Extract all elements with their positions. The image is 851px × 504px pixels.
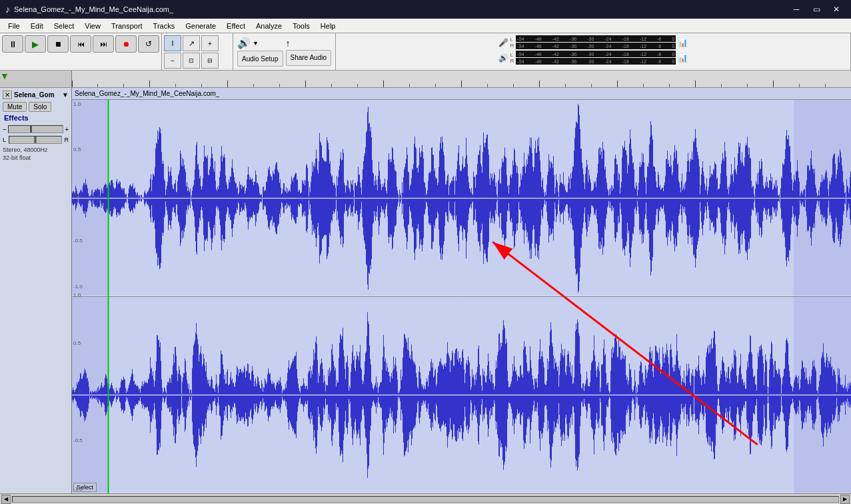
menu-edit[interactable]: Edit: [25, 19, 49, 33]
track-controls-column: ✕ Selena_Gom ▼ Mute Solo Effects − +: [0, 88, 72, 493]
transport-section: ⏸ ▶ ⏹ ⏮ ⏭ ⏺ ↺: [0, 33, 162, 70]
track-name-label: Selena_Gom: [12, 91, 62, 99]
ruler-spacer: ▼: [0, 71, 72, 87]
share-audio-button[interactable]: Share Audio: [286, 50, 332, 66]
main-wrapper: ▼ 00:150:300:451:001:151:301:452:002:152…: [0, 71, 851, 504]
title-bar-left: ♪ Selena_Gomez_-_My_Mind_Me_CeeNaija.com…: [5, 4, 173, 15]
rewind-button[interactable]: ⏮: [70, 35, 91, 53]
minimize-button[interactable]: ─: [787, 3, 806, 16]
gain-minus-icon: −: [3, 126, 7, 133]
pan-left-label: L: [3, 136, 6, 143]
track-info: Stereo, 48000Hz: [3, 146, 69, 153]
menu-analyze[interactable]: Analyze: [251, 19, 287, 33]
pan-right-label: R: [65, 136, 69, 143]
window-controls: ─ ▭ ✕: [787, 3, 846, 16]
forward-button[interactable]: ⏭: [93, 35, 114, 53]
menu-transport[interactable]: Transport: [106, 19, 148, 33]
scroll-left-button[interactable]: ◀: [1, 495, 11, 504]
menu-tracks[interactable]: Tracks: [148, 19, 181, 33]
track-close-button[interactable]: ✕: [3, 91, 12, 99]
menu-effect[interactable]: Effect: [221, 19, 251, 33]
meter2-icon: 📊: [678, 53, 688, 63]
ruler-container: ▼ 00:150:300:451:001:151:301:452:002:152…: [0, 71, 851, 88]
select-tool-button[interactable]: I: [164, 35, 181, 51]
audio-setup-button[interactable]: Audio Setup: [237, 51, 283, 67]
menu-select[interactable]: Select: [49, 19, 80, 33]
menu-bar: File Edit Select View Transport Tracks G…: [0, 19, 851, 33]
mute-button[interactable]: Mute: [3, 102, 27, 112]
title-bar: ♪ Selena_Gomez_-_My_Mind_Me_CeeNaija.com…: [0, 0, 851, 19]
solo-button[interactable]: Solo: [29, 102, 51, 112]
scroll-right-button[interactable]: ▶: [840, 495, 850, 504]
pause-button[interactable]: ⏸: [2, 35, 23, 53]
zoom-sel-button[interactable]: ⊟: [201, 53, 219, 69]
horizontal-scrollbar[interactable]: ◀ ▶: [0, 493, 851, 504]
menu-help[interactable]: Help: [315, 19, 341, 33]
meter-icon: 📊: [678, 38, 688, 47]
play-button[interactable]: ▶: [25, 35, 46, 53]
waveform-canvas[interactable]: [72, 100, 851, 493]
app-icon: ♪: [5, 4, 10, 15]
record-button[interactable]: ⏺: [115, 35, 137, 53]
menu-tools[interactable]: Tools: [287, 19, 315, 33]
toolbar-area: ⏸ ▶ ⏹ ⏮ ⏭ ⏺ ↺ I ↗ + − ⊡ ⊟ ✏ ✱ ⊣⊢ ↩ ↪ 🔊: [0, 33, 851, 71]
share-icon: ↑: [286, 38, 291, 49]
zoom-fit-button[interactable]: ⊡: [183, 53, 200, 69]
loop-button[interactable]: ↺: [138, 35, 159, 53]
effects-button[interactable]: Effects: [3, 113, 69, 123]
tracks-wrapper: ✕ Selena_Gom ▼ Mute Solo Effects − +: [0, 88, 851, 493]
envelope-tool-button[interactable]: ↗: [183, 35, 200, 51]
playhead-icon: ▼: [0, 71, 9, 81]
menu-file[interactable]: File: [3, 19, 25, 33]
track-select-button[interactable]: Select: [73, 483, 97, 492]
speaker-icon: 🔊: [237, 37, 251, 49]
vu-meters-section: 🎤 LR -54-48-42-36-30-24-18-12-60 -54-48-…: [336, 33, 851, 70]
close-button[interactable]: ✕: [827, 3, 846, 16]
track-dropdown-button[interactable]: ▼: [62, 91, 69, 99]
menu-generate[interactable]: Generate: [180, 19, 221, 33]
stop-button[interactable]: ⏹: [47, 35, 69, 53]
waveform-canvas-area: Selena_Gomez_-_My_Mind_Me_CeeNaija.com_ …: [72, 88, 851, 493]
scroll-track[interactable]: [12, 496, 839, 503]
gain-plus-icon: +: [65, 126, 69, 133]
menu-view[interactable]: View: [79, 19, 106, 33]
speaker2-icon: 🔊: [498, 53, 508, 63]
ruler-timeline: 00:150:300:451:001:151:301:452:002:152:3…: [72, 71, 851, 87]
track-title-bar: Selena_Gomez_-_My_Mind_Me_CeeNaija.com_: [72, 88, 851, 100]
mic-icon: 🎤: [498, 38, 508, 47]
zoom-out-button[interactable]: −: [164, 53, 181, 69]
window-title: Selena_Gomez_-_My_Mind_Me_CeeNaija.com_: [14, 5, 173, 13]
tools-section: I ↗ + − ⊡ ⊟ ✏ ✱ ⊣⊢ ↩ ↪: [162, 33, 233, 70]
maximize-button[interactable]: ▭: [807, 3, 826, 16]
track-header-row: ✕ Selena_Gom ▼: [3, 91, 69, 99]
track-info2: 32-bit float: [3, 154, 69, 161]
track-title-text: Selena_Gomez_-_My_Mind_Me_CeeNaija.com_: [75, 90, 219, 97]
audio-setup-section: 🔊 ▼ Audio Setup ↑ Share Audio: [233, 33, 336, 70]
zoom-in-button[interactable]: +: [201, 35, 219, 51]
